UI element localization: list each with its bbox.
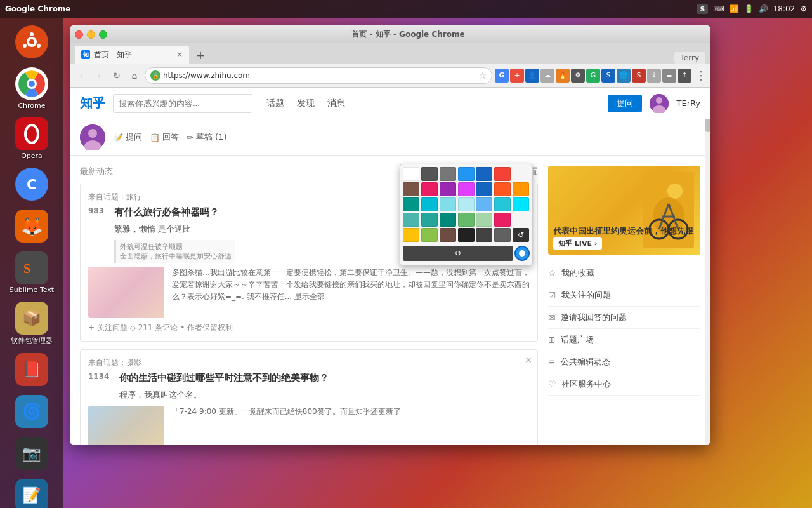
chrome-menu-button[interactable]: ⋮: [695, 69, 707, 82]
dock-item-ubuntu[interactable]: [6, 23, 57, 62]
feed-item-close-2[interactable]: ✕: [525, 355, 532, 365]
color-darkbrown[interactable]: [440, 228, 456, 242]
system-bar: Google Chrome S ⌨ 📶 🔋 🔊 18:02 ⚙: [0, 0, 812, 18]
sidebar-item-invited[interactable]: ✉ 邀请我回答的问题: [548, 307, 700, 329]
feed-item-title-2[interactable]: 你的生活中碰到过哪些平时注意不到的绝美事物？: [119, 372, 329, 384]
color-darkblue[interactable]: [476, 182, 492, 196]
feed-title: 最新动态: [80, 166, 113, 177]
color-lightcyan2[interactable]: [458, 197, 475, 211]
window-minimize-button[interactable]: [87, 30, 95, 39]
color-darkgray[interactable]: [476, 228, 492, 242]
dock-item-firefox[interactable]: 🦊: [6, 207, 57, 246]
ext-icon-11[interactable]: ↓: [647, 69, 661, 83]
color-brown[interactable]: [403, 182, 419, 196]
color-white[interactable]: [403, 167, 419, 181]
sidebar-item-edits[interactable]: ≡ 公共编辑动态: [548, 351, 700, 373]
color-lightgreen[interactable]: [476, 213, 492, 227]
color-green1[interactable]: [403, 213, 419, 227]
active-tab[interactable]: 知 首页 - 知乎 ✕: [75, 46, 189, 64]
ext-icon-12[interactable]: ≡: [662, 69, 676, 83]
ext-icon-4[interactable]: ☁: [540, 69, 554, 83]
zhihu-ask-button[interactable]: 提问: [608, 95, 642, 112]
ext-icon-8[interactable]: S: [601, 69, 615, 83]
sidebar-item-community[interactable]: ♡ 社区服务中心: [548, 373, 700, 396]
color-lightcyan1[interactable]: [440, 197, 456, 211]
forward-button[interactable]: ›: [91, 68, 107, 83]
feed-item-title-1[interactable]: 有什么旅行必备神器吗？: [114, 206, 235, 218]
bookmark-star[interactable]: ☆: [478, 70, 487, 81]
color-blue1[interactable]: [458, 167, 475, 181]
url-bar[interactable]: 🔒 https://www.zhihu.com ☆: [145, 67, 492, 84]
dock-item-sublime[interactable]: S Sublime Text: [6, 249, 57, 297]
ext-icon-13[interactable]: ↑: [678, 69, 691, 83]
zhihu-nav-topics[interactable]: 话题: [266, 98, 284, 109]
chrome-user-profile[interactable]: Terry: [674, 52, 705, 64]
color-pink[interactable]: [421, 182, 438, 196]
sidebar-banner[interactable]: 代表中国出征里约奥运会前，他想先跟你们聊聊。 知乎 LIVE ›: [548, 166, 700, 255]
color-teal1[interactable]: [403, 197, 419, 211]
window-close-button[interactable]: [75, 30, 83, 39]
dock-item-opera[interactable]: Opera: [6, 115, 57, 163]
color-cyan1[interactable]: [421, 197, 438, 211]
sidebar-item-followed-questions[interactable]: ☑ 我关注的问题: [548, 284, 700, 307]
zhihu-search-input[interactable]: [113, 94, 252, 113]
color-black[interactable]: [458, 228, 475, 242]
color-undo-button[interactable]: ↺: [403, 246, 513, 261]
dock-item-swirl[interactable]: 🌀: [6, 392, 57, 432]
reload-button[interactable]: ↻: [109, 68, 124, 83]
color-red1[interactable]: [494, 167, 511, 181]
tab-label: 首页 - 知乎: [94, 50, 132, 60]
tab-close-button[interactable]: ✕: [176, 50, 183, 59]
dock-item-chrome[interactable]: Chrome: [6, 65, 57, 112]
color-green3[interactable]: [440, 213, 456, 227]
zhihu-user-avatar[interactable]: [650, 94, 669, 113]
home-button[interactable]: ⌂: [127, 68, 142, 83]
dock-item-camera[interactable]: 📷: [6, 434, 57, 474]
zhihu-nav-discover[interactable]: 发现: [297, 98, 315, 109]
svg-point-2: [30, 32, 34, 36]
sidebar-item-favorites[interactable]: ☆ 我的收藏: [548, 262, 700, 284]
color-magenta[interactable]: [458, 182, 475, 196]
color-confirm-button[interactable]: [514, 246, 530, 261]
color-yellow[interactable]: [403, 228, 419, 242]
ext-icon-7[interactable]: G: [586, 69, 600, 83]
color-refresh[interactable]: ↺: [513, 228, 529, 242]
ext-icon-10[interactable]: S: [632, 69, 646, 83]
color-hotpink[interactable]: [494, 213, 511, 227]
draft-action-btn[interactable]: ✏️ 草稿 (1): [187, 131, 226, 143]
new-tab-button[interactable]: +: [192, 46, 209, 64]
ext-icon-6[interactable]: ⚙: [571, 69, 585, 83]
color-aqua[interactable]: [513, 197, 529, 211]
ext-icon-5[interactable]: 🔥: [556, 69, 570, 83]
dock-item-pdf[interactable]: 📕: [6, 351, 57, 390]
color-lime[interactable]: [421, 228, 438, 242]
color-blue2[interactable]: [476, 167, 492, 181]
ext-icon-2[interactable]: +: [510, 69, 524, 83]
color-orange[interactable]: [494, 182, 511, 196]
dock-item-chromium[interactable]: C: [6, 165, 57, 204]
window-maximize-button[interactable]: [99, 30, 107, 39]
color-purple[interactable]: [440, 182, 456, 196]
ask-action-btn[interactable]: 📝 提问: [113, 131, 142, 143]
dock-item-writer[interactable]: 📝: [6, 476, 57, 508]
zhihu-nav-messages[interactable]: 消息: [327, 98, 345, 109]
ext-icon-9[interactable]: 🌐: [617, 69, 631, 83]
color-green2[interactable]: [421, 213, 438, 227]
color-teal2[interactable]: [494, 197, 511, 211]
color-gray2[interactable]: [440, 167, 456, 181]
answer-action-btn[interactable]: 📋 回答: [150, 131, 179, 143]
back-button[interactable]: ‹: [74, 68, 89, 83]
scroll-indicator[interactable]: [705, 88, 710, 444]
sublime-tray-icon[interactable]: S: [697, 4, 708, 14]
color-grid: ↺: [403, 167, 530, 242]
dock-item-package[interactable]: 📦 软件包管理器: [6, 299, 57, 348]
color-lightorange[interactable]: [513, 182, 529, 196]
settings-icon[interactable]: ⚙: [800, 4, 807, 13]
sidebar-item-topics[interactable]: ⊞ 话题广场: [548, 329, 700, 351]
ext-icon-1[interactable]: G: [495, 69, 509, 83]
ext-icon-3[interactable]: 👤: [525, 69, 539, 83]
color-gray1[interactable]: [421, 167, 438, 181]
color-darkgray2[interactable]: [494, 228, 511, 242]
color-lightblue1[interactable]: [476, 197, 492, 211]
color-green4[interactable]: [458, 213, 475, 227]
